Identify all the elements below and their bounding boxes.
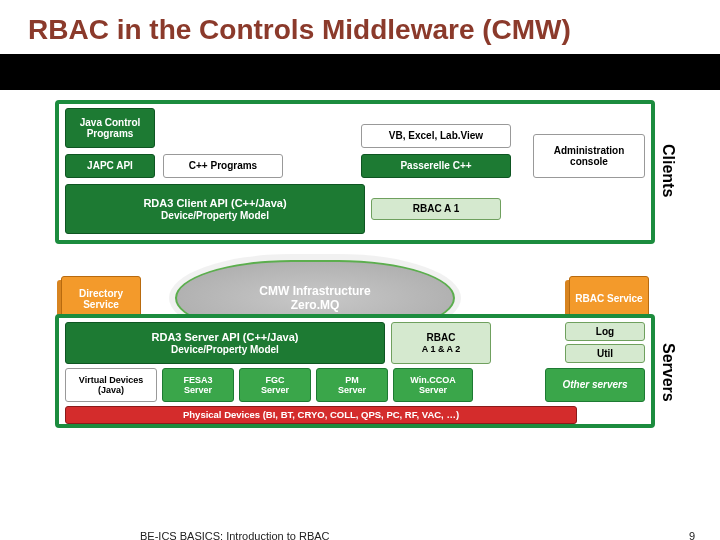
box-winccoa-server: Win.CCOA Server: [393, 368, 473, 402]
servers-label: Servers: [659, 343, 677, 402]
rbac12-line2: A 1 & A 2: [422, 344, 461, 354]
servers-section: Servers RDA3 Server API (C++/Java) Devic…: [55, 314, 655, 428]
rda3-server-line1: RDA3 Server API (C++/Java): [152, 331, 299, 344]
rbac12-line1: RBAC: [422, 332, 461, 344]
box-util: Util: [565, 344, 645, 363]
title-underline: [0, 54, 720, 90]
box-other-servers: Other servers: [545, 368, 645, 402]
box-java-control-programs: Java Control Programs: [65, 108, 155, 148]
box-rda3-client-api: RDA3 Client API (C++/Java) Device/Proper…: [65, 184, 365, 234]
box-fgc-server: FGC Server: [239, 368, 311, 402]
box-physical-devices: Physical Devices (BI, BT, CRYO, COLL, QP…: [65, 406, 577, 424]
box-rda3-server-api: RDA3 Server API (C++/Java) Device/Proper…: [65, 322, 385, 364]
box-cpp-programs: C++ Programs: [163, 154, 283, 178]
box-vb-excel-labview: VB, Excel, Lab.View: [361, 124, 511, 148]
fgc-line1: FGC: [261, 375, 289, 385]
pm-line1: PM: [338, 375, 366, 385]
clients-section: Clients Java Control Programs JAPC API C…: [55, 100, 655, 244]
pm-line2: Server: [338, 385, 366, 395]
vd-line2: (Java): [79, 385, 143, 395]
page-number: 9: [689, 530, 695, 540]
box-fesa3-server: FESA3 Server: [162, 368, 234, 402]
clients-label: Clients: [659, 144, 677, 197]
footer-text: BE-ICS BASICS: Introduction to RBAC: [140, 530, 330, 540]
cmw-line1: CMW Infrastructure: [259, 284, 370, 298]
box-pm-server: PM Server: [316, 368, 388, 402]
vd-line1: Virtual Devices: [79, 375, 143, 385]
box-rbac-a1-a2: RBAC A 1 & A 2: [391, 322, 491, 364]
architecture-diagram: Clients Java Control Programs JAPC API C…: [55, 100, 655, 428]
box-log: Log: [565, 322, 645, 341]
fesa-line1: FESA3: [183, 375, 212, 385]
box-virtual-devices: Virtual Devices (Java): [65, 368, 157, 402]
rda3-server-line2: Device/Property Model: [152, 344, 299, 356]
cmw-line2: Zero.MQ: [291, 298, 340, 312]
slide-title: RBAC in the Controls Middleware (CMW): [0, 0, 720, 54]
fgc-line2: Server: [261, 385, 289, 395]
rda3-client-line1: RDA3 Client API (C++/Java): [143, 197, 286, 210]
rda3-client-line2: Device/Property Model: [143, 210, 286, 222]
wccoa-line1: Win.CCOA: [410, 375, 455, 385]
fesa-line2: Server: [183, 385, 212, 395]
box-japc-api: JAPC API: [65, 154, 155, 178]
wccoa-line2: Server: [410, 385, 455, 395]
box-admin-console: Administration console: [533, 134, 645, 178]
box-rbac-a1: RBAC A 1: [371, 198, 501, 220]
box-passerelle: Passerelle C++: [361, 154, 511, 178]
